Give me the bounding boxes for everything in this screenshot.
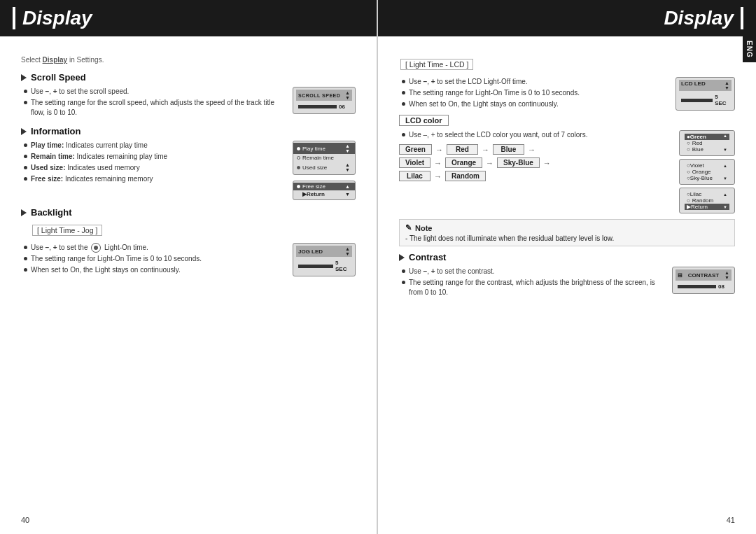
note-title: ✎ Note bbox=[405, 223, 729, 232]
light-lcd-section: [ Light Time - LCD ] Use –, + to set the… bbox=[399, 56, 735, 111]
pt-used: Used size ▲ ▼ bbox=[293, 162, 355, 173]
bullet-dot bbox=[24, 143, 27, 147]
light-lcd-label: [ Light Time - LCD ] bbox=[400, 59, 473, 70]
page-number-left: 40 bbox=[21, 516, 29, 524]
scroll-bullet-2: The setting range for the scroll speed, … bbox=[21, 98, 286, 118]
lcd-led-header: LCD LED ▲ ▼ bbox=[679, 80, 732, 91]
scroll-bar bbox=[298, 105, 337, 108]
scroll-speed-bullets: Use –, + to set the scroll speed. The se… bbox=[21, 87, 293, 119]
note-icon: ✎ bbox=[405, 223, 412, 232]
page-left: Display Select Display in Settings. Scro… bbox=[0, 0, 378, 534]
scroll-value: 06 bbox=[339, 104, 345, 110]
color-orange: Orange bbox=[445, 157, 482, 168]
scroll-speed-device-header: SCROLL SPEED ▲ ▼ bbox=[296, 90, 352, 101]
left-content: Select Display in Settings. Scroll Speed… bbox=[21, 56, 356, 276]
scroll-bullet-text-1: Use –, + to set the scroll speed. bbox=[31, 87, 129, 97]
info-bullet-1: Play time: Indicates current play time bbox=[21, 141, 286, 150]
jog-bar bbox=[298, 265, 333, 268]
select-display-text: Select Display in Settings. bbox=[21, 56, 356, 64]
backlight-header: Backlight bbox=[21, 207, 356, 218]
contrast-bullets: Use –, + to set the contrast. The settin… bbox=[399, 267, 672, 299]
information-content: Play time: Indicates current play time R… bbox=[21, 141, 356, 200]
lcd-panel-1: ●Green ▲ ○Red ○Blue bbox=[679, 130, 735, 156]
info-devices: Play time ▲ ▼ Remain time Us bbox=[293, 141, 356, 200]
free-size-box: Free size ▲ ▶Return ▼ bbox=[293, 181, 356, 200]
bullet-dot bbox=[24, 246, 27, 249]
scroll-speed-triangle bbox=[21, 74, 27, 81]
color-violet: Violet bbox=[399, 157, 430, 168]
contrast-label: CONTRAST bbox=[688, 272, 719, 279]
scroll-speed-device: SCROLL SPEED ▲ ▼ 06 bbox=[293, 87, 356, 114]
color-row-1: Green → Red → Blue → bbox=[399, 144, 672, 155]
info-triangle bbox=[21, 128, 27, 135]
lcd-color-section: LCD color Use –, + to select the LCD col… bbox=[399, 115, 735, 213]
color-red: Red bbox=[447, 144, 478, 155]
bullet-dot bbox=[24, 101, 27, 104]
play-time-box: Play time ▲ ▼ Remain time Us bbox=[293, 141, 356, 175]
lcd-panel-3: ○Lilac ▲ ○Random ▶Return ▼ bbox=[679, 188, 735, 213]
bullet-dot bbox=[24, 177, 27, 181]
bullet-dot bbox=[24, 257, 27, 260]
bullet-dot bbox=[24, 155, 27, 158]
color-green: Green bbox=[399, 144, 432, 155]
lcd-color-label: LCD color bbox=[399, 115, 449, 126]
bullet-dot bbox=[24, 268, 27, 272]
lcd-panel-2: ○Violet ▲ ○Orange ○Sky-Blue ▼ bbox=[679, 159, 735, 185]
information-header: Information bbox=[21, 126, 356, 136]
scroll-speed-bar-area: 06 bbox=[296, 102, 352, 111]
color-random: Random bbox=[445, 171, 486, 181]
lcd-color-left: Use –, + to select the LCD color you wan… bbox=[399, 130, 679, 184]
note-section: ✎ Note - The light does not illuminate w… bbox=[399, 219, 735, 246]
right-header: Display bbox=[378, 0, 756, 36]
contrast-title: Contrast bbox=[409, 252, 446, 262]
page-right: Display ENG [ Light Time - LCD ] Use –, … bbox=[378, 0, 756, 534]
pt-play: Play time ▲ ▼ bbox=[293, 143, 355, 154]
fs-free: Free size ▲ bbox=[293, 183, 355, 190]
scroll-bullet-text-2: The setting range for the scroll speed, … bbox=[31, 98, 286, 118]
backlight-title: Backlight bbox=[31, 207, 72, 218]
jog-value: 5 SEC bbox=[335, 260, 350, 272]
jog-icon bbox=[91, 243, 101, 253]
backlight-bullet-2: The setting range for Light-On Time is 0… bbox=[21, 254, 286, 264]
backlight-subsection: [ Light Time - Jog ] bbox=[31, 222, 356, 239]
contrast-triangle bbox=[399, 254, 405, 261]
color-flow-area: Green → Red → Blue → Violet → Orange bbox=[399, 144, 672, 181]
lcd-color-content: Use –, + to select the LCD color you wan… bbox=[399, 130, 735, 213]
light-lcd-content: Use –, + to set the LCD Light-Off time. … bbox=[399, 77, 735, 111]
right-content: [ Light Time - LCD ] Use –, + to set the… bbox=[399, 56, 735, 299]
color-row-2: Violet → Orange → Sky-Blue → bbox=[399, 157, 672, 168]
lcd-led-device: LCD LED ▲ ▼ 5 SEC bbox=[676, 77, 735, 111]
eng-badge: ENG bbox=[743, 36, 756, 62]
scroll-speed-header: Scroll Speed bbox=[21, 72, 356, 83]
color-lilac: Lilac bbox=[399, 171, 430, 181]
scroll-bullet-1: Use –, + to set the scroll speed. bbox=[21, 87, 286, 97]
backlight-triangle bbox=[21, 209, 27, 216]
contrast-section: Contrast Use –, + to set the contrast. T… bbox=[399, 252, 735, 299]
light-jog-label: [ Light Time - Jog ] bbox=[32, 225, 102, 236]
contrast-value: 08 bbox=[718, 283, 724, 290]
color-blue: Blue bbox=[493, 144, 524, 155]
color-row-3: Lilac → Random bbox=[399, 171, 672, 181]
light-lcd-bullets: Use –, + to set the LCD Light-Off time. … bbox=[399, 77, 676, 111]
page-container: Display Select Display in Settings. Scro… bbox=[0, 0, 756, 534]
note-text: - The light does not illuminate when the… bbox=[405, 234, 729, 242]
lcd-color-header: LCD color bbox=[399, 115, 735, 126]
left-title: Display bbox=[13, 7, 92, 29]
info-bullet-3: Used size: Indicates used memory bbox=[21, 163, 286, 173]
contrast-content: Use –, + to set the contrast. The settin… bbox=[399, 267, 735, 299]
info-bullet-2: Remain time: Indicates remaining play ti… bbox=[21, 152, 286, 162]
color-skyblue: Sky-Blue bbox=[497, 157, 540, 168]
bullet-dot bbox=[24, 166, 27, 169]
backlight-bullets: Use –, + to set the Light-On time. The s… bbox=[21, 243, 293, 276]
information-title: Information bbox=[31, 126, 81, 136]
backlight-content: Use –, + to set the Light-On time. The s… bbox=[21, 243, 356, 276]
info-bullet-4: Free size: Indicates remaining memory bbox=[21, 174, 286, 184]
contrast-header: Contrast bbox=[399, 252, 735, 262]
scroll-arrows: ▲ ▼ bbox=[345, 90, 350, 100]
scroll-speed-label: SCROLL SPEED bbox=[298, 93, 340, 98]
page-number-right: 41 bbox=[727, 516, 735, 524]
lcd-color-devices: ●Green ▲ ○Red ○Blue bbox=[679, 130, 735, 213]
contrast-device: ⊞ CONTRAST ▲ ▼ 08 bbox=[672, 267, 735, 294]
information-bullets: Play time: Indicates current play time R… bbox=[21, 141, 293, 185]
right-title: Display bbox=[664, 7, 743, 29]
